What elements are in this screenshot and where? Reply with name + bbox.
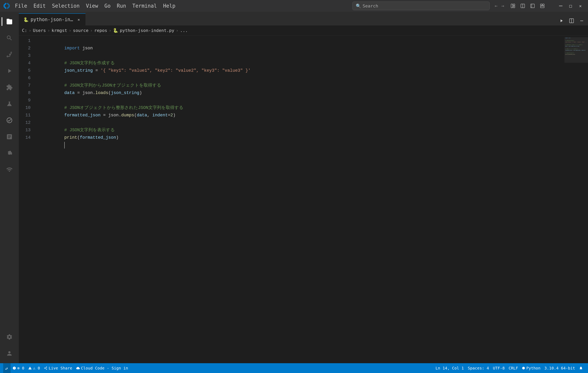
- code-line-13: print(formatted_json): [38, 126, 565, 134]
- status-notifications[interactable]: [577, 363, 585, 373]
- sidebar-toggle[interactable]: [528, 1, 537, 10]
- activity-source-control[interactable]: [1, 47, 17, 62]
- code-line-2: [38, 45, 565, 52]
- maximize-button[interactable]: □: [566, 1, 575, 10]
- line-num-1: 1: [19, 37, 34, 45]
- split-editor-button[interactable]: [518, 1, 527, 10]
- line-num-13: 13: [19, 126, 34, 134]
- search-bar[interactable]: 🔍 Search: [352, 1, 490, 10]
- menu-selection[interactable]: Selection: [49, 0, 83, 12]
- menu-help[interactable]: Help: [160, 0, 178, 12]
- search-icon: 🔍: [356, 3, 361, 9]
- activity-search[interactable]: [1, 30, 17, 46]
- menu-go[interactable]: Go: [101, 0, 114, 12]
- code-editor[interactable]: import json # JSON文字列を作成する json_string =…: [34, 36, 565, 363]
- breadcrumb-users[interactable]: Users: [33, 28, 46, 33]
- minimap: import json # JSON文字列を作成する json_string =…: [565, 36, 588, 363]
- run-or-debug-button[interactable]: [557, 16, 566, 25]
- line-num-4: 4: [19, 60, 34, 67]
- activity-remote-explorer[interactable]: [1, 162, 17, 177]
- status-python-version[interactable]: 3.10.4 64-bit: [542, 363, 577, 373]
- menu-bar: File Edit Selection View Go Run Terminal…: [12, 0, 348, 12]
- nav-forward[interactable]: →: [500, 1, 505, 10]
- status-errors[interactable]: ⊗ 0: [10, 363, 26, 373]
- active-tab[interactable]: 🐍 python-json-indent.py ✕: [19, 13, 85, 25]
- status-warnings[interactable]: ⚠ 0: [26, 363, 42, 373]
- activity-account[interactable]: [1, 346, 17, 361]
- breadcrumb-source[interactable]: source: [73, 28, 88, 33]
- split-editor-right[interactable]: [567, 16, 576, 25]
- more-actions-button[interactable]: ⋯: [577, 16, 587, 25]
- status-right: Ln 14, Col 1 Spaces: 4 UTF-8 CRLF Python…: [433, 363, 585, 373]
- status-git-branch[interactable]: [3, 363, 10, 373]
- code-line-9: # JSONオブジェクトから整形されたJSON文字列を取得する: [38, 97, 565, 104]
- vscode-icon: [3, 2, 10, 10]
- status-cloud-code[interactable]: Cloud Code - Sign in: [74, 363, 130, 373]
- nav-back[interactable]: ←: [494, 1, 499, 10]
- status-language-mode[interactable]: Python: [520, 363, 542, 373]
- activity-copilot[interactable]: [1, 113, 17, 128]
- activity-bottom: [1, 329, 17, 362]
- status-language-label: Python: [526, 366, 540, 371]
- menu-edit[interactable]: Edit: [30, 0, 49, 12]
- python-file-icon: 🐍: [23, 17, 28, 22]
- minimize-button[interactable]: ─: [556, 1, 565, 10]
- activity-extensions[interactable]: [1, 80, 17, 95]
- window-controls: ─ □ ✕: [508, 1, 585, 10]
- editor-layout-button[interactable]: [508, 1, 517, 10]
- title-bar: File Edit Selection View Go Run Terminal…: [0, 0, 588, 12]
- menu-run[interactable]: Run: [114, 0, 129, 12]
- panel-layout-button[interactable]: [538, 1, 547, 10]
- breadcrumb-c[interactable]: C:: [22, 28, 27, 33]
- menu-view[interactable]: View: [83, 0, 101, 12]
- tab-filename: python-json-indent.py: [31, 17, 74, 22]
- line-num-7: 7: [19, 82, 34, 89]
- tab-bar: 🐍 python-json-indent.py ✕ ⋯: [19, 12, 588, 25]
- close-button[interactable]: ✕: [576, 1, 585, 10]
- breadcrumb-python-icon: 🐍: [113, 28, 118, 33]
- line-num-5: 5: [19, 67, 34, 74]
- search-label: Search: [363, 3, 378, 9]
- line-num-10: 10: [19, 104, 34, 112]
- minimap-code: import json # JSON文字列を作成する json_string =…: [565, 37, 587, 55]
- activity-settings[interactable]: [1, 329, 17, 345]
- line-num-2: 2: [19, 45, 34, 52]
- breadcrumb-repos[interactable]: repos: [94, 28, 107, 33]
- tab-close-button[interactable]: ✕: [77, 17, 81, 22]
- svg-rect-0: [511, 4, 513, 8]
- status-errors-count: ⊗ 0: [17, 366, 24, 371]
- status-warnings-count: ⚠ 0: [33, 366, 40, 371]
- breadcrumb-ellipsis[interactable]: ...: [180, 28, 188, 33]
- menu-file[interactable]: File: [12, 0, 30, 12]
- activity-notebook[interactable]: [1, 129, 17, 145]
- status-line-ending[interactable]: CRLF: [507, 363, 520, 373]
- breadcrumb-krmgst[interactable]: krmgst: [52, 28, 67, 33]
- line-num-6: 6: [19, 74, 34, 82]
- editor-content[interactable]: 1 2 3 4 5 6 7 8 9 10 11 12 13 14 import …: [19, 36, 588, 363]
- menu-terminal[interactable]: Terminal: [129, 0, 160, 12]
- activity-run-debug[interactable]: [1, 63, 17, 79]
- status-live-share[interactable]: Live Share: [42, 363, 74, 373]
- svg-rect-7: [540, 4, 542, 5]
- svg-rect-8: [543, 4, 544, 5]
- code-line-12: # JSON文字列を表示する: [38, 119, 565, 126]
- code-line-4: json_string = '{ "key1": "value1", "key2…: [38, 60, 565, 67]
- line-num-12: 12: [19, 119, 34, 126]
- status-encoding[interactable]: UTF-8: [491, 363, 507, 373]
- status-cursor-position[interactable]: Ln 14, Col 1: [433, 363, 466, 373]
- line-num-3: 3: [19, 52, 34, 60]
- line-num-11: 11: [19, 112, 34, 119]
- breadcrumb: C: › Users › krmgst › source › repos › 🐍…: [19, 25, 588, 36]
- editor-area: 🐍 python-json-indent.py ✕ ⋯ C: › Users ›…: [19, 12, 588, 363]
- code-line-3: # JSON文字列を作成する: [38, 52, 565, 60]
- activity-testing[interactable]: [1, 96, 17, 112]
- status-cloud-code-label: Cloud Code - Sign in: [81, 366, 128, 371]
- activity-docker[interactable]: [1, 145, 17, 161]
- activity-explorer[interactable]: [1, 14, 17, 29]
- svg-rect-9: [540, 6, 544, 8]
- code-line-1: import json: [38, 37, 565, 45]
- code-line-6: # JSON文字列からJSONオブジェクトを取得する: [38, 74, 565, 82]
- status-spaces[interactable]: Spaces: 4: [466, 363, 491, 373]
- breadcrumb-filename[interactable]: python-json-indent.py: [120, 28, 174, 33]
- svg-rect-1: [513, 4, 515, 5]
